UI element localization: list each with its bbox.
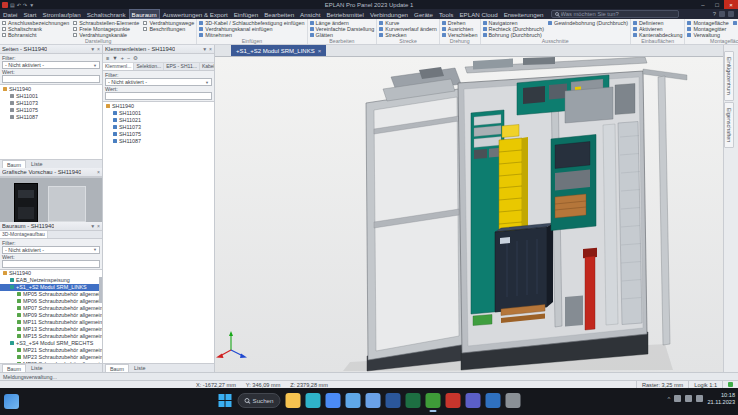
tree-item[interactable]: SH11001 [103, 109, 214, 116]
edge-icon[interactable] [306, 393, 321, 408]
ribbon-toggle[interactable]: Beschriftungen [143, 26, 194, 32]
tree-item[interactable]: SH11075 [0, 106, 102, 113]
panel-view-tab[interactable]: Baum [2, 364, 26, 372]
tree-item[interactable]: SH11940 [0, 270, 102, 277]
tree-item[interactable]: SH11940 [103, 102, 214, 109]
panel-close-icon[interactable]: × [97, 169, 100, 175]
ribbon-button[interactable]: Gewindebohrung (Durchbruch) [548, 20, 628, 26]
clock[interactable]: 10:18 21.11.2023 [707, 392, 735, 405]
ribbon-tab[interactable]: Stromlaufplan [40, 9, 84, 19]
message-management-strip[interactable]: Meldungsverwaltung... [0, 372, 738, 380]
tree-item[interactable]: SH11940 [0, 85, 102, 92]
filter-select[interactable]: - Nicht aktiviert -▼ [2, 246, 100, 254]
value-input[interactable] [2, 75, 100, 83]
tree-item[interactable]: MP25 Schraubzubehör allgemein [0, 361, 102, 363]
tree-item[interactable]: +S3_+S4 Modul SRM_RECHTS [0, 340, 102, 347]
notifications-icon[interactable] [728, 11, 734, 17]
network-icon[interactable] [674, 395, 681, 402]
tree-item[interactable]: MP11 Schraubzubehör allgemein [0, 319, 102, 326]
tree-item[interactable]: SH11073 [0, 99, 102, 106]
help-icon[interactable]: ? [713, 11, 716, 17]
panel-dropdown-icon[interactable]: ▼ [202, 46, 207, 52]
navigator-dock-tab[interactable]: EPS - SH11... [164, 63, 200, 70]
3d-viewport[interactable] [215, 57, 723, 372]
scrollbar-thumb[interactable] [99, 277, 102, 303]
word-icon[interactable] [386, 393, 401, 408]
quick-access-dropdown-icon[interactable]: ▼ [29, 2, 34, 8]
filter-select[interactable]: - Nicht aktiviert -▼ [105, 78, 212, 86]
left-swing-frame[interactable] [366, 67, 467, 360]
layout-space-tab[interactable]: 3D-Montageaufbau [0, 231, 48, 238]
ribbon-tab[interactable]: Bauraum [129, 9, 160, 19]
ribbon-tab[interactable]: Start [20, 9, 39, 19]
mounting-plate-mid[interactable] [551, 135, 596, 231]
collapse-all-icon[interactable]: − [127, 55, 130, 61]
value-input[interactable] [2, 260, 100, 268]
tray-chevron-icon[interactable]: ^ [668, 396, 671, 402]
cable-ducts[interactable] [603, 122, 642, 326]
panel-close-icon[interactable]: × [97, 46, 100, 52]
ribbon-tab[interactable]: EPLAN Cloud [456, 9, 500, 19]
tree-item[interactable]: SH11073 [103, 123, 214, 130]
filter-select[interactable]: - Nicht aktiviert -▼ [2, 61, 100, 69]
eplan-electric-icon[interactable] [446, 393, 461, 408]
tree-item[interactable]: MP06 Schraubzubehör allgemein [0, 298, 102, 305]
browser-icon[interactable] [326, 393, 341, 408]
tree-item[interactable]: EAB_Netzeinspeisung [0, 277, 102, 284]
tree-item[interactable]: +S1_+S2 Modul SRM_LINKS [0, 284, 102, 291]
ribbon-tab[interactable]: Einfügen [231, 9, 261, 19]
start-button[interactable] [218, 393, 233, 408]
mail-icon[interactable] [346, 393, 361, 408]
battery-icon[interactable] [696, 395, 703, 402]
eplan-propanel-icon[interactable] [426, 393, 441, 408]
panel-close-icon[interactable]: × [209, 46, 212, 52]
ribbon-tab[interactable]: Geräte [411, 9, 436, 19]
tree-item[interactable]: SH11001 [0, 92, 102, 99]
panel-view-tab[interactable]: Baum [2, 160, 26, 168]
tree-item[interactable]: MP15 Schraubzubehör allgemein [0, 333, 102, 340]
undo-icon[interactable]: ↶ [17, 2, 21, 8]
value-input[interactable] [105, 92, 212, 100]
ribbon-tab[interactable]: Auswertungen & Export [160, 9, 231, 19]
tree-item[interactable]: SH11087 [103, 137, 214, 144]
component-stack-yellow[interactable] [499, 125, 528, 237]
minimize-button[interactable]: – [696, 0, 710, 9]
user-icon[interactable] [719, 11, 725, 17]
taskbar-search[interactable]: Suchen [238, 393, 281, 408]
ribbon-tab[interactable]: Tools [436, 9, 456, 19]
ribbon-tab[interactable]: Ansicht [297, 9, 323, 19]
panel-close-icon[interactable]: × [97, 223, 100, 229]
tree-item[interactable]: MP09 Schraubzubehör allgemein [0, 312, 102, 319]
explorer-icon[interactable] [286, 393, 301, 408]
scale-setting[interactable]: Logik 1:1 [688, 381, 722, 388]
settings-gear-icon[interactable]: ⚙ [133, 55, 138, 61]
outlook-icon[interactable] [486, 393, 501, 408]
command-search[interactable] [551, 10, 679, 18]
excel-icon[interactable] [406, 393, 421, 408]
panel-view-tab[interactable]: Liste [27, 364, 46, 372]
maximize-button[interactable]: □ [710, 0, 724, 9]
grid-setting[interactable]: Raster: 3,25 mm [636, 381, 688, 388]
panel-view-tab[interactable]: Baum [105, 364, 129, 372]
dock-vertical-tab[interactable]: Eigenschaften [724, 102, 734, 148]
panel-dropdown-icon[interactable]: ▼ [90, 223, 95, 229]
tree-item[interactable]: MP23 Schraubzubehör allgemein [0, 354, 102, 361]
teams-icon[interactable] [466, 393, 481, 408]
save-icon[interactable]: ▤ [10, 2, 15, 8]
filter-dropdown-icon[interactable]: ▼ [112, 55, 117, 61]
panel-view-tab[interactable]: Liste [27, 160, 46, 168]
ribbon-button[interactable]: Aktualisieren [733, 20, 738, 26]
command-search-input[interactable] [561, 11, 675, 17]
ribbon-tab[interactable]: Verbindungen [367, 9, 411, 19]
tree-item[interactable]: SH11075 [103, 130, 214, 137]
navigator-dock-tab[interactable]: Klemmenl... [103, 63, 134, 70]
ribbon-tab[interactable]: Bearbeiten [261, 9, 297, 19]
close-button[interactable]: × [724, 0, 738, 9]
tree-item[interactable]: MP05 Schraubzubehör allgemein [0, 291, 102, 298]
navigator-dock-tab[interactable]: Kabel - SH... [200, 63, 214, 70]
drive-unit[interactable] [495, 223, 553, 312]
panel-dropdown-icon[interactable]: ▼ [90, 46, 95, 52]
tree-item[interactable]: SH11021 [103, 116, 214, 123]
tree-item[interactable]: MP21 Schraubzubehör allgemein [0, 347, 102, 354]
tree-item[interactable]: MP13 Schraubzubehör allgemein [0, 326, 102, 333]
